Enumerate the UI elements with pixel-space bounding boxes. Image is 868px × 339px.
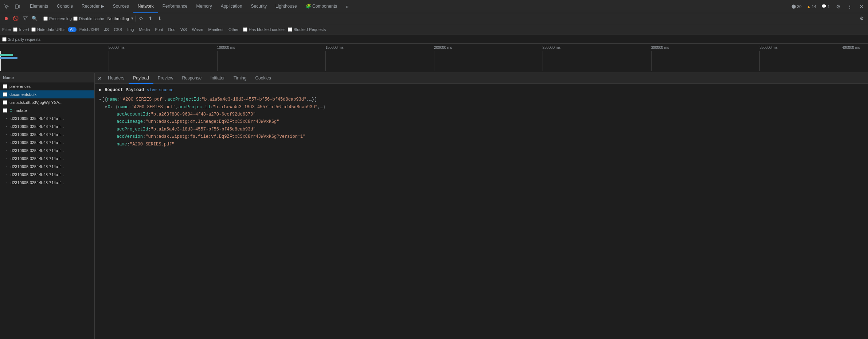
request-item-sub-2[interactable]: · d2310605-325f-4b48-714a-f... bbox=[0, 122, 94, 130]
throttle-select[interactable]: No throttling bbox=[106, 15, 136, 22]
tab-performance[interactable]: Performance bbox=[158, 0, 192, 13]
grid-line-5 bbox=[543, 51, 543, 71]
req-cb-preferences[interactable] bbox=[3, 84, 7, 89]
device-toggle-icon[interactable] bbox=[12, 1, 23, 12]
payload-tree-line-1: 0 : { name : "A200 SERIES.pdf" , accProj… bbox=[99, 104, 864, 111]
filter-tag-img[interactable]: Img bbox=[125, 27, 136, 32]
detail-tab-cookies[interactable]: Cookies bbox=[251, 73, 275, 84]
request-item-sub-6[interactable]: · d2310605-325f-4b48-714a-f... bbox=[0, 155, 94, 163]
tab-recorder[interactable]: Recorder ▶ bbox=[77, 0, 109, 13]
tl-label-1: 50000 ms bbox=[109, 46, 125, 50]
req-cb-urn[interactable] bbox=[3, 100, 7, 105]
toggle-obj-0[interactable] bbox=[105, 104, 107, 111]
hide-data-urls-label[interactable]: Hide data URLs bbox=[31, 27, 66, 32]
tl-label-4: 200000 ms bbox=[434, 46, 452, 50]
detail-tab-timing[interactable]: Timing bbox=[229, 73, 251, 84]
request-item-sub-1[interactable]: · d2310605-325f-4b48-714a-f... bbox=[0, 114, 94, 122]
detail-tab-initiator[interactable]: Initiator bbox=[206, 73, 229, 84]
tab-network[interactable]: Network bbox=[133, 0, 158, 13]
upload-icon[interactable]: ⬆ bbox=[146, 15, 155, 23]
third-party-checkbox[interactable] bbox=[2, 37, 7, 42]
req-cb-mutate[interactable] bbox=[3, 108, 7, 113]
tab-console[interactable]: Console bbox=[52, 0, 77, 13]
filter-tag-media[interactable]: Media bbox=[137, 27, 152, 32]
filter-tag-css[interactable]: CSS bbox=[112, 27, 125, 32]
third-party-label[interactable]: 3rd-party requests bbox=[2, 37, 40, 42]
filter-tag-doc[interactable]: Doc bbox=[166, 27, 177, 32]
has-blocked-cookies-checkbox[interactable] bbox=[243, 27, 247, 32]
request-item-sub-8[interactable]: · d2310605-325f-4b48-714a-f... bbox=[0, 171, 94, 179]
third-party-row: 3rd-party requests bbox=[0, 35, 868, 44]
filter-tag-manifest[interactable]: Manifest bbox=[206, 27, 226, 32]
download-icon[interactable]: ⬇ bbox=[156, 15, 164, 23]
payload-tree-line-0: [{ name : "A200 SERIES.pdf" , accProject… bbox=[99, 96, 864, 103]
filter-tag-all[interactable]: All bbox=[68, 27, 77, 32]
blocked-requests-label[interactable]: Blocked Requests bbox=[288, 27, 326, 32]
settings-icon[interactable]: ⚙ bbox=[833, 1, 843, 12]
more-tabs-icon[interactable]: » bbox=[342, 1, 352, 12]
request-item-preferences[interactable]: preferences bbox=[0, 82, 94, 90]
payload-kv-accAccountId: accAccountId : "b.a263f880-9604-4f48-a27… bbox=[99, 111, 864, 118]
tab-security[interactable]: Security bbox=[247, 0, 271, 13]
timeline-area[interactable]: 50000 ms 100000 ms 150000 ms 200000 ms 2… bbox=[0, 44, 868, 73]
payload-content: ▶ Request Payload view source [{ name : … bbox=[95, 84, 868, 339]
tab-memory[interactable]: Memory bbox=[192, 0, 216, 13]
view-source-link[interactable]: view source bbox=[147, 87, 173, 94]
tab-lighthouse[interactable]: Lighthouse bbox=[271, 0, 301, 13]
request-item-sub-7[interactable]: · d2310605-325f-4b48-714a-f... bbox=[0, 163, 94, 171]
detail-tab-payload[interactable]: Payload bbox=[129, 73, 153, 84]
disable-cache-label[interactable]: Disable cache bbox=[73, 16, 104, 21]
filter-tag-wasm[interactable]: Wasm bbox=[190, 27, 206, 32]
filter-tag-fetch[interactable]: Fetch/XHR bbox=[77, 27, 101, 32]
detail-tab-response[interactable]: Response bbox=[177, 73, 206, 84]
search-button[interactable]: 🔍 bbox=[31, 15, 39, 23]
throttle-container: No throttling ▼ bbox=[106, 15, 136, 22]
filter-tag-other[interactable]: Other bbox=[226, 27, 241, 32]
toggle-array[interactable] bbox=[99, 96, 101, 103]
filter-icon[interactable] bbox=[21, 15, 29, 23]
timeline-bar-2 bbox=[0, 57, 17, 59]
request-item-sub-5[interactable]: · d2310605-325f-4b48-714a-f... bbox=[0, 147, 94, 155]
req-cb-documentsbulk[interactable] bbox=[3, 92, 7, 97]
request-item-sub-3[interactable]: · d2310605-325f-4b48-714a-f... bbox=[0, 130, 94, 139]
blocked-requests-checkbox[interactable] bbox=[288, 27, 292, 32]
tab-application[interactable]: Application bbox=[216, 0, 247, 13]
tab-bar-right: ⬤ 30 ▲ 14 💬 1 ⚙ ⋮ ✕ bbox=[790, 1, 867, 12]
request-item-sub-4[interactable]: · d2310605-325f-4b48-714a-f... bbox=[0, 139, 94, 147]
request-item-documentsbulk[interactable]: documentsbulk bbox=[0, 90, 94, 98]
filter-tag-font[interactable]: Font bbox=[153, 27, 165, 32]
record-button[interactable]: ⏺ bbox=[2, 15, 10, 23]
filter-tag-ws[interactable]: WS bbox=[178, 27, 189, 32]
detail-tabs: ✕ Headers Payload Preview Response Initi… bbox=[95, 73, 868, 84]
has-blocked-cookies-label[interactable]: Has blocked cookies bbox=[243, 27, 286, 32]
invert-label[interactable]: Invert bbox=[13, 27, 29, 32]
close-detail-button[interactable]: ✕ bbox=[96, 75, 103, 82]
disable-cache-checkbox[interactable] bbox=[73, 16, 78, 21]
timeline-bar-1 bbox=[0, 54, 13, 56]
detail-tab-headers[interactable]: Headers bbox=[103, 73, 129, 84]
hide-data-urls-checkbox[interactable] bbox=[31, 27, 36, 32]
close-devtools-icon[interactable]: ✕ bbox=[856, 1, 867, 12]
inspect-icon[interactable] bbox=[1, 1, 12, 12]
clear-button[interactable]: 🚫 bbox=[12, 15, 20, 23]
detail-tab-preview[interactable]: Preview bbox=[153, 73, 178, 84]
settings-network-icon[interactable]: ⚙ bbox=[858, 15, 866, 23]
grid-line-6 bbox=[651, 51, 652, 71]
svg-point-2 bbox=[140, 19, 141, 20]
request-item-mutate[interactable]: ⊙ mutate bbox=[0, 106, 94, 114]
payload-kv-name: name : "A200 SERIES.pdf" bbox=[99, 141, 864, 148]
request-item-urn[interactable]: urn:adsk.dtt:b3VjbgWjTYSA... bbox=[0, 98, 94, 106]
tab-elements[interactable]: Elements bbox=[26, 0, 52, 13]
network-conditions-icon[interactable] bbox=[137, 15, 145, 23]
svg-rect-0 bbox=[15, 5, 18, 8]
tab-sources[interactable]: Sources bbox=[109, 0, 133, 13]
more-options-icon[interactable]: ⋮ bbox=[845, 1, 855, 12]
preserve-log-checkbox[interactable] bbox=[43, 16, 48, 21]
preserve-log-label[interactable]: Preserve log bbox=[43, 16, 72, 21]
grid-line-1 bbox=[109, 51, 109, 71]
invert-checkbox[interactable] bbox=[13, 27, 17, 32]
filter-tag-js[interactable]: JS bbox=[102, 27, 111, 32]
tab-components[interactable]: 🧩 Components bbox=[301, 0, 341, 13]
tl-label-7: 350000 ms bbox=[759, 46, 777, 50]
request-item-sub-9[interactable]: · d2310605-325f-4b48-714a-f... bbox=[0, 179, 94, 187]
